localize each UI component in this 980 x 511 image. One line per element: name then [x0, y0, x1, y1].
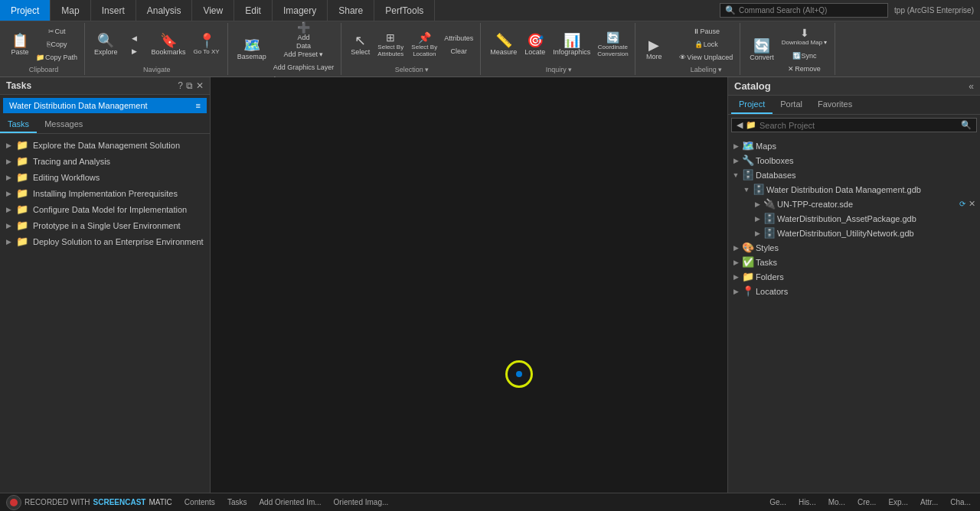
- tree-item-wd-asset[interactable]: ▶ 🗄️ WaterDistribution_AssetPackage.gdb: [750, 211, 980, 226]
- add-data-button[interactable]: ➕ Add Data: [271, 24, 337, 47]
- task-item-explore[interactable]: ▶ 📁 Explore the Data Management Solution: [0, 137, 210, 153]
- tasks-float-icon[interactable]: ⧉: [186, 80, 193, 91]
- convert-icon: 🔄: [753, 39, 770, 53]
- tree-item-folders[interactable]: ▶ 📁 Folders: [728, 269, 980, 284]
- remove-button[interactable]: ✕ Remove: [779, 63, 831, 75]
- paste-button[interactable]: 📋 Paste: [8, 24, 32, 64]
- copy-path-button[interactable]: 📁 Copy Path: [34, 51, 80, 63]
- pause-button[interactable]: ⏸ Pause: [677, 25, 735, 37]
- locators-icon: 📍: [742, 285, 754, 297]
- tab-map[interactable]: Map: [51, 0, 90, 21]
- lock-button[interactable]: 🔒 Lock: [677, 38, 735, 50]
- task-item-tracing[interactable]: ▶ 📁 Tracing and Analysis: [0, 153, 210, 169]
- labeling-label: Labeling ▾: [691, 66, 722, 73]
- explore-button[interactable]: 🔍 Explore: [91, 24, 121, 64]
- view-unplaced-button[interactable]: 👁 View Unplaced: [677, 51, 735, 63]
- task-arrow: ▶: [6, 190, 11, 197]
- tree-item-toolboxes[interactable]: ▶ 🔧 Toolboxes: [728, 153, 980, 168]
- task-item-prototype[interactable]: ▶ 📁 Prototype in a Single User Environme…: [0, 217, 210, 233]
- tree-item-databases[interactable]: ▼ 🗄️ Databases: [728, 168, 980, 182]
- tree-close-button[interactable]: ✕: [967, 199, 977, 209]
- tab-imagery[interactable]: Imagery: [273, 0, 328, 21]
- coordinate-conversion-icon: 🔄: [606, 32, 619, 43]
- bottom-tab-add-oriented-im[interactable]: Add Oriented Im...: [256, 496, 324, 508]
- catalog-bottom-exp[interactable]: Exp...: [885, 496, 911, 508]
- catalog-title: Catalog: [734, 80, 771, 92]
- catalog-search-input[interactable]: [760, 121, 958, 130]
- bottom-tab-tasks[interactable]: Tasks: [224, 496, 250, 508]
- download-map-button[interactable]: ⬇ Download Map ▾: [779, 24, 831, 49]
- catalog-bottom-mo[interactable]: Mo...: [825, 496, 848, 508]
- tab-view[interactable]: View: [192, 0, 234, 21]
- basemap-button[interactable]: 🗺️ Basemap: [234, 29, 270, 69]
- tab-share[interactable]: Share: [328, 0, 374, 21]
- goto-xy-button[interactable]: 📍 Go To XY: [191, 24, 223, 64]
- bookmarks-button[interactable]: 🔖 Bookmarks: [149, 24, 189, 64]
- coordinate-conversion-button[interactable]: 🔄 Coordinate Conversion: [595, 24, 630, 64]
- tree-item-wddm-gdb[interactable]: ▼ 🗄️ Water Distribution Data Management.…: [739, 182, 980, 197]
- tree-item-styles[interactable]: ▶ 🎨 Styles: [728, 240, 980, 255]
- tab-edit[interactable]: Edit: [234, 0, 273, 21]
- attributes-button[interactable]: Attributes: [442, 32, 475, 44]
- cursor-dot: [516, 371, 522, 377]
- task-arrow: ▶: [6, 142, 11, 149]
- catalog-bottom-cre[interactable]: Cre...: [854, 496, 879, 508]
- locate-button[interactable]: 🎯 Locate: [521, 24, 548, 64]
- catalog-tab-project[interactable]: Project: [731, 96, 773, 114]
- tree-item-un-tpp[interactable]: ▶ 🔌 UN-TPP-creator.sde ⟳ ✕: [750, 197, 980, 211]
- tasks-tab-messages[interactable]: Messages: [37, 116, 90, 133]
- catalog-bottom-attr[interactable]: Attr...: [917, 496, 941, 508]
- tree-item-wd-utility[interactable]: ▶ 🗄️ WaterDistribution_UtilityNetwork.gd…: [750, 226, 980, 240]
- add-graphics-layer-button[interactable]: Add Graphics Layer: [271, 61, 337, 73]
- tree-item-locators[interactable]: ▶ 📍 Locators: [728, 284, 980, 298]
- task-arrow: ▶: [6, 238, 11, 246]
- map-area[interactable]: [211, 77, 727, 493]
- more-button[interactable]: ▶ More: [642, 29, 666, 69]
- paste-label: Paste: [11, 48, 28, 56]
- select-by-attributes-button[interactable]: ⊞ Select By Attributes: [374, 24, 407, 64]
- clear-button[interactable]: Clear: [442, 45, 475, 57]
- bottom-tab-oriented-imag[interactable]: Oriented Imag...: [331, 496, 392, 508]
- inquiry-label: Inquiry ▾: [546, 66, 572, 73]
- select-button[interactable]: ↖ Select: [348, 24, 373, 64]
- task-item-editing[interactable]: ▶ 📁 Editing Workflows: [0, 169, 210, 185]
- catalog-tree: ▶ 🗺️ Maps ▶ 🔧 Toolboxes ▼ 🗄️ Databases ▼…: [728, 135, 980, 493]
- bottom-tab-contents[interactable]: Contents: [181, 496, 218, 508]
- forward-button[interactable]: ▶: [122, 45, 147, 57]
- tasks-help-icon[interactable]: ?: [178, 80, 183, 91]
- command-search[interactable]: 🔍 Command Search (Alt+Q): [720, 3, 888, 18]
- task-item-configure[interactable]: ▶ 📁 Configure Data Model for Implementat…: [0, 201, 210, 217]
- catalog-search-icon[interactable]: 🔍: [961, 120, 972, 130]
- task-item-installing[interactable]: ▶ 📁 Installing Implementation Prerequisi…: [0, 185, 210, 201]
- catalog-tab-favorites[interactable]: Favorites: [810, 96, 860, 114]
- tab-insert[interactable]: Insert: [91, 0, 136, 21]
- tree-item-tasks[interactable]: ▶ ✅ Tasks: [728, 255, 980, 269]
- tab-project[interactable]: Project: [0, 0, 51, 21]
- catalog-search[interactable]: ◀ 📁 🔍: [731, 118, 977, 132]
- tasks-close-icon[interactable]: ✕: [196, 80, 204, 91]
- convert-button[interactable]: 🔄 Convert: [746, 30, 777, 70]
- sync-button[interactable]: 🔃 Sync: [779, 50, 831, 62]
- catalog-bottom-his[interactable]: His...: [795, 496, 819, 508]
- catalog-back-icon[interactable]: ◀: [737, 120, 743, 130]
- cut-button[interactable]: ✂ Cut: [34, 25, 80, 37]
- infographics-button[interactable]: 📊 Infographics: [550, 24, 593, 64]
- catalog-tab-portal[interactable]: Portal: [773, 96, 810, 114]
- catalog-bottom-ge[interactable]: Ge...: [766, 496, 789, 508]
- tab-analysis[interactable]: Analysis: [136, 0, 193, 21]
- tree-label: WaterDistribution_UtilityNetwork.gdb: [777, 229, 977, 238]
- catalog-collapse-icon[interactable]: «: [969, 81, 974, 92]
- task-dropdown[interactable]: Water Distribution Data Management ≡: [3, 98, 207, 113]
- tab-perftools[interactable]: PerfTools: [374, 0, 435, 21]
- task-item-deploy[interactable]: ▶ 📁 Deploy Solution to an Enterprise Env…: [0, 233, 210, 249]
- task-folder-icon: 📁: [16, 171, 28, 183]
- select-by-location-button[interactable]: 📌 Select By Location: [408, 24, 440, 64]
- add-preset-button[interactable]: Add Preset ▾: [271, 48, 337, 60]
- back-button[interactable]: ◀: [122, 32, 147, 44]
- measure-button[interactable]: 📏 Measure: [487, 24, 520, 64]
- tasks-tab-tasks[interactable]: Tasks: [0, 116, 37, 133]
- catalog-bottom-cha[interactable]: Cha...: [947, 496, 974, 508]
- tree-label: Tasks: [756, 258, 977, 267]
- copy-button[interactable]: ⎘ Copy: [34, 38, 80, 50]
- tree-item-maps[interactable]: ▶ 🗺️ Maps: [728, 138, 980, 153]
